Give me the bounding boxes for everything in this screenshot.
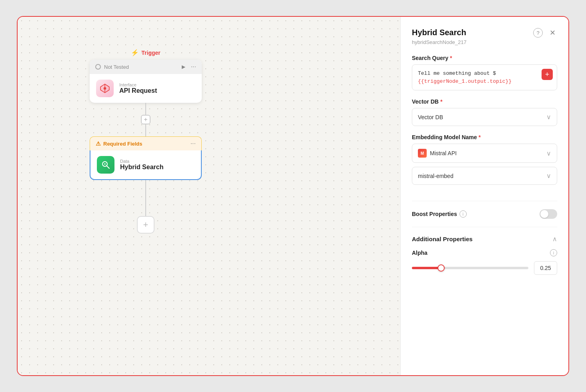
embedding-model-chevron-icon: ∨ xyxy=(546,172,551,180)
boost-label: Boost Properties xyxy=(412,211,457,217)
close-button[interactable]: ✕ xyxy=(548,28,557,38)
right-panel: Hybrid Search ? ✕ hybridSearchNode_217 S… xyxy=(400,17,568,375)
alpha-info-icon[interactable]: i xyxy=(550,249,557,256)
main-container: ⚡ Trigger Not Tested ▶ ··· xyxy=(17,16,569,376)
hybrid-search-wrapper: ⚠ Required Fields ··· xyxy=(90,136,202,180)
node2-more-icon: ··· xyxy=(191,140,196,147)
help-button[interactable]: ? xyxy=(533,28,543,38)
additional-properties-header[interactable]: Additional Properties ∧ xyxy=(412,235,557,243)
additional-properties-title: Additional Properties xyxy=(412,236,473,242)
boost-left: Boost Properties i xyxy=(412,210,467,218)
vector-db-label: Vector DB * xyxy=(412,98,557,105)
required-label: ⚠ Required Fields xyxy=(96,140,142,147)
query-line2: {{triggerNode_1.output.topic}} xyxy=(418,78,512,84)
panel-header: Hybrid Search ? ✕ xyxy=(412,28,557,38)
node2-category: Data xyxy=(120,159,163,164)
svg-point-1 xyxy=(104,87,106,90)
alpha-row: Alpha i xyxy=(412,249,557,256)
node1-status: Not Tested xyxy=(104,64,129,70)
embedding-provider-value: Mistral API xyxy=(430,150,457,156)
query-text-content: Tell me something about $ {{triggerNode_… xyxy=(418,70,551,85)
panel-subtitle: hybridSearchNode_217 xyxy=(412,39,557,45)
not-tested-indicator xyxy=(95,64,101,70)
divider-1 xyxy=(412,201,557,201)
panel-title-text: Hybrid Search xyxy=(412,28,466,37)
api-request-node: Not Tested ▶ ··· xyxy=(90,60,202,103)
node1-header: Not Tested ▶ ··· xyxy=(90,60,202,74)
more-button[interactable]: ··· xyxy=(191,63,196,70)
alpha-slider-row: 0.25 xyxy=(412,261,557,275)
vector-db-value: Vector DB xyxy=(418,114,443,120)
search-query-required: * xyxy=(450,55,452,61)
connector-line-2 xyxy=(145,124,146,136)
required-fields-header: ⚠ Required Fields ··· xyxy=(90,136,202,150)
embedding-model-select[interactable]: mistral-embed ∨ xyxy=(412,167,557,185)
api-icon xyxy=(96,80,114,97)
boost-toggle[interactable] xyxy=(540,209,557,219)
connector-line-5 xyxy=(145,204,146,216)
mistral-icon: M xyxy=(418,149,427,158)
embedding-provider-row: M Mistral API xyxy=(418,149,546,158)
panel-header-icons: ? ✕ xyxy=(533,28,557,38)
additional-chevron-icon: ∧ xyxy=(552,235,557,243)
trigger-bolt-icon: ⚡ xyxy=(131,49,139,56)
canvas-area: ⚡ Trigger Not Tested ▶ ··· xyxy=(18,17,400,375)
node1-body: Interface API Request xyxy=(90,74,202,103)
add-node-button[interactable]: + xyxy=(137,216,155,234)
alpha-slider-track xyxy=(412,267,528,269)
search-query-label: Search Query * xyxy=(412,55,557,61)
node1-info: Interface API Request xyxy=(119,82,157,94)
connector-line-3 xyxy=(145,180,146,192)
search-query-label-text: Search Query xyxy=(412,55,448,61)
play-button[interactable]: ▶ xyxy=(180,63,188,71)
connector-line-1 xyxy=(145,103,146,115)
vector-db-select[interactable]: Vector DB ∨ xyxy=(412,108,557,126)
toggle-knob xyxy=(540,210,548,218)
svg-point-6 xyxy=(104,163,106,165)
node1-title: API Request xyxy=(119,87,157,94)
alpha-label: Alpha xyxy=(412,250,427,256)
divider-2 xyxy=(412,227,557,227)
embedding-provider-select[interactable]: M Mistral API ∨ xyxy=(412,144,557,163)
svg-line-5 xyxy=(107,166,109,168)
vector-db-chevron-icon: ∨ xyxy=(546,113,551,121)
embedding-model-section: Embedding Model Name * M Mistral API ∨ m… xyxy=(412,134,557,185)
trigger-label: ⚡ Trigger xyxy=(131,49,160,56)
play-icon: ▶ xyxy=(182,64,185,70)
canvas-content: ⚡ Trigger Not Tested ▶ ··· xyxy=(90,49,202,234)
more-icon: ··· xyxy=(191,63,196,70)
embedding-provider-chevron-icon: ∨ xyxy=(546,150,551,157)
node2-title: Hybrid Search xyxy=(120,164,163,171)
search-query-input[interactable]: Tell me something about $ {{triggerNode_… xyxy=(412,64,557,90)
embedding-label: Embedding Model Name * xyxy=(412,134,557,140)
embedding-required: * xyxy=(479,134,481,140)
required-text: Required Fields xyxy=(103,141,142,147)
node2-info: Data Hybrid Search xyxy=(120,159,163,171)
query-line1: Tell me something about $ xyxy=(418,70,496,76)
connector-line-4 xyxy=(145,192,146,204)
node1-header-left: Not Tested xyxy=(95,64,129,70)
panel-title: Hybrid Search xyxy=(412,28,466,37)
add-variable-button[interactable]: + xyxy=(542,69,553,80)
node2-more-button[interactable]: ··· xyxy=(191,140,196,147)
search-query-section: Search Query * Tell me something about $… xyxy=(412,55,557,90)
embedding-label-text: Embedding Model Name xyxy=(412,134,477,140)
embedding-model-value: mistral-embed xyxy=(418,173,454,179)
warning-icon: ⚠ xyxy=(96,140,101,147)
boost-properties-row: Boost Properties i xyxy=(412,209,557,219)
vector-db-section: Vector DB * Vector DB ∨ xyxy=(412,98,557,126)
trigger-text: Trigger xyxy=(141,50,160,56)
node1-category: Interface xyxy=(119,82,157,87)
add-step-button-1[interactable]: + xyxy=(141,115,151,124)
node1-actions: ▶ ··· xyxy=(180,63,196,71)
vector-db-required: * xyxy=(440,98,442,105)
hybrid-search-node[interactable]: Data Hybrid Search xyxy=(90,150,202,180)
alpha-value-display: 0.25 xyxy=(534,261,557,275)
boost-info-icon[interactable]: i xyxy=(460,210,467,218)
hybrid-search-icon xyxy=(97,156,114,174)
vector-db-label-text: Vector DB xyxy=(412,98,439,105)
close-icon: ✕ xyxy=(550,28,556,37)
